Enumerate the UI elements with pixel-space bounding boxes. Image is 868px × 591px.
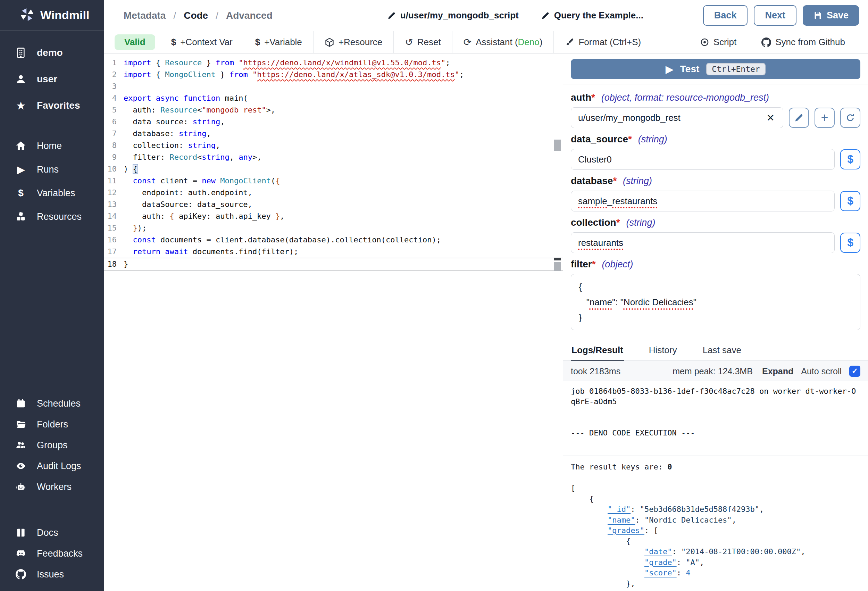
field-name: filter <box>571 259 592 269</box>
tab-code[interactable]: Code <box>184 10 208 21</box>
star-icon: ★ <box>15 100 27 111</box>
script-kind-button[interactable]: Script <box>688 31 749 53</box>
tab-last-save[interactable]: Last save <box>702 341 742 361</box>
reset-label: Reset <box>417 37 441 47</box>
plus-icon: + <box>821 111 828 125</box>
format-label: Format (Ctrl+S) <box>579 37 641 47</box>
footer-nav-group: Docs Feedbacks Issues <box>0 522 104 591</box>
sidebar-item-label: Docs <box>37 527 58 538</box>
sidebar-item-label: Groups <box>37 440 68 451</box>
run-panel: ▶ Test Ctrl+Enter auth* (object, format:… <box>563 53 868 591</box>
add-resource-button[interactable]: +Resource <box>313 31 393 53</box>
insert-variable-button[interactable]: $ <box>840 149 861 170</box>
autoscroll-checkbox[interactable]: ✓ <box>849 366 861 377</box>
sidebar-item-workers[interactable]: Workers <box>0 476 104 497</box>
data-source-input[interactable]: Cluster0 <box>571 149 835 170</box>
tab-history[interactable]: History <box>648 341 678 361</box>
overview-ruler-mark <box>554 262 561 271</box>
sidebar-item-issues[interactable]: Issues <box>0 564 104 585</box>
sidebar-item-resources[interactable]: Resources <box>0 205 104 229</box>
statusbar-controls: Expand Auto scroll ✓ <box>762 366 861 377</box>
run-statusbar: took 2183ms mem peak: 124.3MB Expand Aut… <box>563 361 868 381</box>
refresh-icon <box>846 113 855 123</box>
test-shortcut-kbd: Ctrl+Enter <box>706 63 765 75</box>
field-label-auth: auth* (object, format: resource-mongodb_… <box>571 92 861 103</box>
dollar-icon: $ <box>847 153 853 165</box>
sidebar-item-demo[interactable]: demo <box>0 40 104 66</box>
building-icon <box>15 47 27 58</box>
required-asterisk: * <box>592 259 596 269</box>
sidebar-item-feedbacks[interactable]: Feedbacks <box>0 543 104 564</box>
sidebar-item-user[interactable]: user <box>0 66 104 92</box>
assistant-lang: Deno <box>518 37 540 47</box>
required-asterisk: * <box>628 134 632 145</box>
add-context-var-button[interactable]: $ +Context Var <box>160 31 244 53</box>
sidebar-item-label: Schedules <box>37 398 81 409</box>
sidebar-item-groups[interactable]: Groups <box>0 435 104 455</box>
editor-toolbar: Valid $ +Context Var $ +Variable +Resour… <box>104 31 868 53</box>
main-content: Metadata / Code / Advanced u/user/my_mon… <box>104 0 868 591</box>
script-summary-edit[interactable]: Query the Example... <box>541 10 644 21</box>
insert-variable-button[interactable]: $ <box>840 233 861 253</box>
field-name: database <box>571 175 613 186</box>
refresh-resource-button[interactable] <box>840 108 861 128</box>
sidebar-item-folders[interactable]: Folders <box>0 414 104 435</box>
assistant-button[interactable]: ⟳ Assistant (Deno) <box>452 31 554 53</box>
editor-scrollbar-thumb[interactable] <box>554 140 561 151</box>
auth-resource-input[interactable]: u/user/my_mongodb_rest ✕ <box>571 107 783 128</box>
format-button[interactable]: Format (Ctrl+S) <box>554 31 652 53</box>
sidebar-item-home[interactable]: Home <box>0 134 104 158</box>
add-resource-button-small[interactable]: + <box>815 108 835 128</box>
sidebar-item-label: Runs <box>37 164 59 175</box>
field-name: collection <box>571 217 616 228</box>
tab-metadata[interactable]: Metadata <box>124 10 165 21</box>
sidebar-item-runs[interactable]: ▶ Runs <box>0 158 104 181</box>
result-json-viewer[interactable]: The result keys are: 0 [ { "_id": "5eb3d… <box>563 456 868 591</box>
code-editor[interactable]: 1import { Resource } from "https://deno.… <box>104 53 563 591</box>
sync-from-github-button[interactable]: Sync from Github <box>749 31 858 53</box>
expand-button[interactable]: Expand <box>762 366 793 377</box>
field-row-auth: u/user/my_mongodb_rest ✕ + <box>571 107 861 128</box>
user-icon <box>15 74 27 85</box>
sidebar: Windmill demo <box>0 0 104 591</box>
field-type-annotation: (object, format: resource-mongodb_rest) <box>601 92 769 103</box>
workspace-group: demo user ★ Favorites <box>0 31 104 119</box>
insert-variable-button[interactable]: $ <box>840 191 861 211</box>
script-identity: u/user/my_mongodb_script Query the Examp… <box>387 10 644 21</box>
sidebar-item-docs[interactable]: Docs <box>0 522 104 543</box>
field-type-annotation: (string) <box>623 176 652 186</box>
sidebar-item-audit-logs[interactable]: Audit Logs <box>0 455 104 476</box>
filter-json-editor[interactable]: { "name": "Nordic Delicacies"} <box>571 274 861 330</box>
dollar-icon: $ <box>255 37 260 47</box>
folder-icon <box>15 419 27 430</box>
sidebar-item-label: Favorites <box>37 100 80 111</box>
valid-status-badge: Valid <box>115 34 155 50</box>
github-icon <box>15 569 27 579</box>
database-value: sample_restaurants <box>578 196 827 207</box>
reset-button[interactable]: ↺ Reset <box>394 31 452 53</box>
back-button[interactable]: Back <box>703 5 748 26</box>
next-button[interactable]: Next <box>754 5 797 26</box>
sidebar-item-label: Audit Logs <box>37 461 81 471</box>
main-nav-group: Home ▶ Runs $ Variables Resources <box>0 134 104 229</box>
database-input[interactable]: sample_restaurants <box>571 191 835 211</box>
brush-icon <box>565 37 574 47</box>
sidebar-item-schedules[interactable]: Schedules <box>0 393 104 414</box>
save-button[interactable]: Save <box>803 5 859 26</box>
edit-resource-button[interactable] <box>789 108 809 128</box>
field-name: auth <box>571 92 591 103</box>
sidebar-item-variables[interactable]: $ Variables <box>0 181 104 205</box>
check-icon: ✓ <box>852 367 858 376</box>
sidebar-item-label: Home <box>37 140 62 151</box>
tab-logs-result[interactable]: Logs/Result <box>571 341 624 361</box>
collection-input[interactable]: restaurants <box>571 232 835 253</box>
add-context-var-label: +Context Var <box>180 37 233 47</box>
script-path-edit[interactable]: u/user/my_mongodb_script <box>387 10 519 21</box>
required-asterisk: * <box>591 92 595 103</box>
sidebar-item-favorites[interactable]: ★ Favorites <box>0 92 104 119</box>
test-button[interactable]: ▶ Test Ctrl+Enter <box>571 59 861 79</box>
tab-advanced[interactable]: Advanced <box>226 10 273 21</box>
add-variable-button[interactable]: $ +Variable <box>244 31 313 53</box>
windmill-logo[interactable]: Windmill <box>0 0 104 31</box>
clear-icon[interactable]: ✕ <box>765 112 776 124</box>
